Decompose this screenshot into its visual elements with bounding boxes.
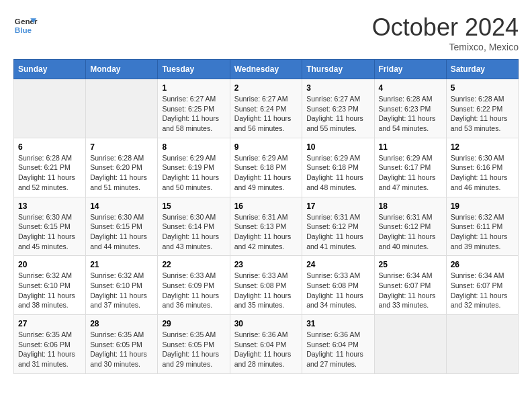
svg-text:Blue: Blue <box>15 26 32 34</box>
day-number: 22 <box>162 260 225 269</box>
weekday-header-row: SundayMondayTuesdayWednesdayThursdayFrid… <box>14 60 519 79</box>
calendar-cell: 22Sunrise: 6:33 AM Sunset: 6:09 PM Dayli… <box>158 256 230 315</box>
day-info: Sunrise: 6:27 AM Sunset: 6:23 PM Dayligh… <box>306 94 369 134</box>
calendar-cell: 7Sunrise: 6:28 AM Sunset: 6:20 PM Daylig… <box>86 138 158 197</box>
calendar-cell: 25Sunrise: 6:34 AM Sunset: 6:07 PM Dayli… <box>374 256 446 315</box>
calendar-cell: 28Sunrise: 6:35 AM Sunset: 6:05 PM Dayli… <box>86 315 158 374</box>
calendar-cell: 13Sunrise: 6:30 AM Sunset: 6:15 PM Dayli… <box>14 197 86 256</box>
day-number: 28 <box>90 319 153 328</box>
calendar-cell: 29Sunrise: 6:35 AM Sunset: 6:05 PM Dayli… <box>158 315 230 374</box>
calendar-cell <box>14 79 86 138</box>
day-number: 20 <box>18 260 81 269</box>
day-number: 26 <box>451 260 514 269</box>
calendar-cell: 12Sunrise: 6:30 AM Sunset: 6:16 PM Dayli… <box>446 138 518 197</box>
day-number: 17 <box>306 201 369 211</box>
day-info: Sunrise: 6:31 AM Sunset: 6:12 PM Dayligh… <box>379 212 442 252</box>
day-info: Sunrise: 6:31 AM Sunset: 6:13 PM Dayligh… <box>234 212 298 252</box>
calendar-cell: 31Sunrise: 6:36 AM Sunset: 6:04 PM Dayli… <box>302 315 374 374</box>
day-info: Sunrise: 6:27 AM Sunset: 6:24 PM Dayligh… <box>234 94 298 134</box>
calendar-cell: 14Sunrise: 6:30 AM Sunset: 6:15 PM Dayli… <box>86 197 158 256</box>
calendar-cell <box>374 315 446 374</box>
day-number: 14 <box>90 201 153 211</box>
weekday-header-tuesday: Tuesday <box>158 60 230 79</box>
day-number: 29 <box>162 319 225 328</box>
day-info: Sunrise: 6:30 AM Sunset: 6:16 PM Dayligh… <box>451 153 514 193</box>
calendar-cell: 11Sunrise: 6:29 AM Sunset: 6:17 PM Dayli… <box>374 138 446 197</box>
calendar-cell: 21Sunrise: 6:32 AM Sunset: 6:10 PM Dayli… <box>86 256 158 315</box>
day-number: 12 <box>451 142 514 152</box>
day-number: 13 <box>18 201 81 211</box>
day-number: 2 <box>234 83 298 93</box>
day-number: 21 <box>90 260 153 269</box>
calendar-cell: 27Sunrise: 6:35 AM Sunset: 6:06 PM Dayli… <box>14 315 86 374</box>
calendar-table: SundayMondayTuesdayWednesdayThursdayFrid… <box>13 59 519 374</box>
day-info: Sunrise: 6:36 AM Sunset: 6:04 PM Dayligh… <box>234 330 298 369</box>
calendar-cell: 16Sunrise: 6:31 AM Sunset: 6:13 PM Dayli… <box>230 197 302 256</box>
calendar-cell: 18Sunrise: 6:31 AM Sunset: 6:12 PM Dayli… <box>374 197 446 256</box>
day-info: Sunrise: 6:28 AM Sunset: 6:22 PM Dayligh… <box>451 94 514 134</box>
day-info: Sunrise: 6:28 AM Sunset: 6:21 PM Dayligh… <box>18 153 81 193</box>
day-info: Sunrise: 6:27 AM Sunset: 6:25 PM Dayligh… <box>162 94 225 134</box>
day-number: 10 <box>306 142 369 152</box>
day-number: 25 <box>379 260 442 269</box>
weekday-header-thursday: Thursday <box>302 60 374 79</box>
calendar-cell: 6Sunrise: 6:28 AM Sunset: 6:21 PM Daylig… <box>14 138 86 197</box>
day-info: Sunrise: 6:29 AM Sunset: 6:18 PM Dayligh… <box>234 153 298 193</box>
calendar-cell: 20Sunrise: 6:32 AM Sunset: 6:10 PM Dayli… <box>14 256 86 315</box>
day-info: Sunrise: 6:32 AM Sunset: 6:11 PM Dayligh… <box>451 212 514 252</box>
day-number: 4 <box>379 83 442 93</box>
calendar-week-row: 1Sunrise: 6:27 AM Sunset: 6:25 PM Daylig… <box>14 79 519 138</box>
logo: General Blue <box>13 13 38 38</box>
day-info: Sunrise: 6:34 AM Sunset: 6:07 PM Dayligh… <box>451 271 514 310</box>
calendar-cell: 19Sunrise: 6:32 AM Sunset: 6:11 PM Dayli… <box>446 197 518 256</box>
calendar-cell: 24Sunrise: 6:33 AM Sunset: 6:08 PM Dayli… <box>302 256 374 315</box>
day-info: Sunrise: 6:33 AM Sunset: 6:08 PM Dayligh… <box>234 271 298 310</box>
day-number: 23 <box>234 260 298 269</box>
calendar-cell: 2Sunrise: 6:27 AM Sunset: 6:24 PM Daylig… <box>230 79 302 138</box>
calendar-cell: 4Sunrise: 6:28 AM Sunset: 6:23 PM Daylig… <box>374 79 446 138</box>
day-number: 27 <box>18 319 81 328</box>
day-info: Sunrise: 6:29 AM Sunset: 6:19 PM Dayligh… <box>162 153 225 193</box>
calendar-week-row: 6Sunrise: 6:28 AM Sunset: 6:21 PM Daylig… <box>14 138 519 197</box>
day-info: Sunrise: 6:33 AM Sunset: 6:08 PM Dayligh… <box>306 271 369 310</box>
day-number: 8 <box>162 142 225 152</box>
calendar-cell: 5Sunrise: 6:28 AM Sunset: 6:22 PM Daylig… <box>446 79 518 138</box>
day-info: Sunrise: 6:35 AM Sunset: 6:05 PM Dayligh… <box>162 330 225 369</box>
calendar-cell: 9Sunrise: 6:29 AM Sunset: 6:18 PM Daylig… <box>230 138 302 197</box>
day-number: 7 <box>90 142 153 152</box>
day-info: Sunrise: 6:28 AM Sunset: 6:20 PM Dayligh… <box>90 153 153 193</box>
calendar-week-row: 27Sunrise: 6:35 AM Sunset: 6:06 PM Dayli… <box>14 315 519 374</box>
month-title: October 2024 <box>372 13 519 42</box>
day-info: Sunrise: 6:29 AM Sunset: 6:18 PM Dayligh… <box>306 153 369 193</box>
weekday-header-saturday: Saturday <box>446 60 518 79</box>
day-info: Sunrise: 6:34 AM Sunset: 6:07 PM Dayligh… <box>379 271 442 310</box>
day-number: 9 <box>234 142 298 152</box>
calendar-cell: 3Sunrise: 6:27 AM Sunset: 6:23 PM Daylig… <box>302 79 374 138</box>
location-subtitle: Temixco, Mexico <box>372 42 519 52</box>
calendar-cell: 15Sunrise: 6:30 AM Sunset: 6:14 PM Dayli… <box>158 197 230 256</box>
calendar-cell: 17Sunrise: 6:31 AM Sunset: 6:12 PM Dayli… <box>302 197 374 256</box>
calendar-cell: 8Sunrise: 6:29 AM Sunset: 6:19 PM Daylig… <box>158 138 230 197</box>
day-number: 18 <box>379 201 442 211</box>
day-number: 16 <box>234 201 298 211</box>
day-number: 1 <box>162 83 225 93</box>
calendar-cell: 1Sunrise: 6:27 AM Sunset: 6:25 PM Daylig… <box>158 79 230 138</box>
calendar-cell: 26Sunrise: 6:34 AM Sunset: 6:07 PM Dayli… <box>446 256 518 315</box>
day-info: Sunrise: 6:30 AM Sunset: 6:15 PM Dayligh… <box>90 212 153 252</box>
day-number: 11 <box>379 142 442 152</box>
weekday-header-sunday: Sunday <box>14 60 86 79</box>
weekday-header-monday: Monday <box>86 60 158 79</box>
calendar-cell <box>86 79 158 138</box>
day-number: 24 <box>306 260 369 269</box>
weekday-header-friday: Friday <box>374 60 446 79</box>
day-info: Sunrise: 6:35 AM Sunset: 6:05 PM Dayligh… <box>90 330 153 369</box>
day-number: 30 <box>234 319 298 328</box>
day-info: Sunrise: 6:31 AM Sunset: 6:12 PM Dayligh… <box>306 212 369 252</box>
logo-icon: General Blue <box>13 13 38 38</box>
day-number: 31 <box>306 319 369 328</box>
calendar-week-row: 20Sunrise: 6:32 AM Sunset: 6:10 PM Dayli… <box>14 256 519 315</box>
day-info: Sunrise: 6:29 AM Sunset: 6:17 PM Dayligh… <box>379 153 442 193</box>
day-number: 6 <box>18 142 81 152</box>
page-header: General Blue October 2024 Temixco, Mexic… <box>13 13 519 52</box>
day-info: Sunrise: 6:36 AM Sunset: 6:04 PM Dayligh… <box>306 330 369 369</box>
